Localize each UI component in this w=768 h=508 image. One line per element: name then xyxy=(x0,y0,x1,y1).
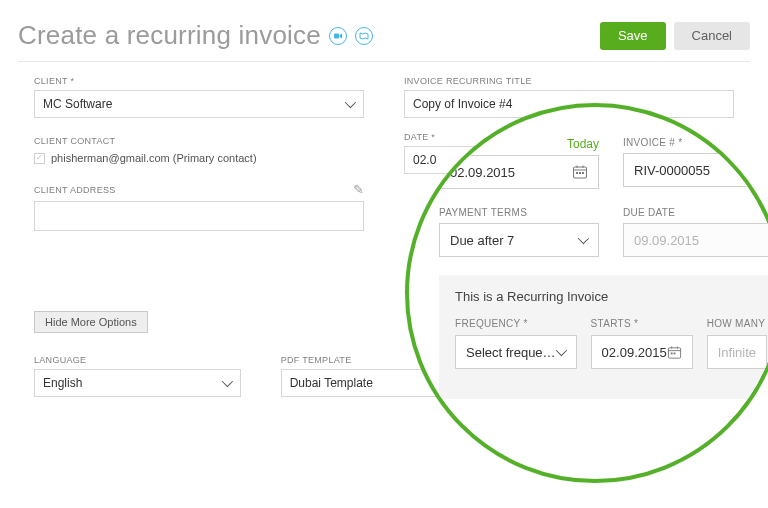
client-contact-value: phisherman@gmail.com (Primary contact) xyxy=(51,152,257,164)
language-label: LANGUAGE xyxy=(34,355,241,365)
chevron-down-icon xyxy=(555,345,566,356)
language-select[interactable]: English xyxy=(34,369,241,397)
page-title: Create a recurring invoice xyxy=(18,20,321,51)
client-value: MC Software xyxy=(43,97,112,111)
frequency-label: FREQUENCY * xyxy=(455,318,577,329)
header-divider xyxy=(18,61,750,62)
calendar-icon xyxy=(667,345,682,360)
hide-more-options-button[interactable]: Hide More Options xyxy=(34,311,148,333)
frequency-value: Select freque… xyxy=(466,345,556,360)
checkbox-icon: ✓ xyxy=(34,153,45,164)
client-label: CLIENT * xyxy=(34,76,364,86)
chevron-down-icon xyxy=(578,233,589,244)
starts-input[interactable]: 02.09.2015 xyxy=(591,335,693,369)
chevron-down-icon xyxy=(221,376,232,387)
svg-rect-7 xyxy=(582,172,584,174)
zoom-due-value: 09.09.2015 xyxy=(634,233,699,248)
zoom-invoice-value: RIV-0000055 xyxy=(634,163,710,178)
client-contact-option[interactable]: ✓ phisherman@gmail.com (Primary contact) xyxy=(34,150,364,168)
svg-rect-13 xyxy=(673,352,675,354)
chevron-down-icon xyxy=(345,97,356,108)
how-many-input[interactable]: Infinite xyxy=(707,335,767,369)
magnifier-overlay: DATE * Today 02.09.2015 xyxy=(405,103,768,483)
how-many-value: Infinite xyxy=(718,345,756,360)
client-select[interactable]: MC Software xyxy=(34,90,364,118)
svg-rect-6 xyxy=(579,172,581,174)
client-address-label: CLIENT ADDRESS xyxy=(34,185,116,195)
starts-value: 02.09.2015 xyxy=(602,345,667,360)
recurring-title: This is a Recurring Invoice xyxy=(455,289,763,304)
recurring-section: This is a Recurring Invoice FREQUENCY * … xyxy=(439,275,768,399)
zoom-due-input: 09.09.2015 xyxy=(623,223,768,257)
edit-icon[interactable]: ✎ xyxy=(353,182,364,197)
svg-rect-12 xyxy=(670,352,672,354)
how-many-label: HOW MANY xyxy=(707,318,767,329)
cancel-button[interactable]: Cancel xyxy=(674,22,750,50)
client-contact-label: CLIENT CONTACT xyxy=(34,136,364,146)
map-icon[interactable] xyxy=(355,27,373,45)
zoom-date-input[interactable]: 02.09.2015 xyxy=(439,155,599,189)
save-button[interactable]: Save xyxy=(600,22,666,50)
frequency-select[interactable]: Select freque… xyxy=(455,335,577,369)
invoice-title-value: Copy of Invoice #4 xyxy=(413,97,512,111)
invoice-title-label: INVOICE RECURRING TITLE xyxy=(404,76,734,86)
language-value: English xyxy=(43,376,82,390)
zoom-date-value: 02.09.2015 xyxy=(450,165,515,180)
zoom-payment-select[interactable]: Due after 7 xyxy=(439,223,599,257)
calendar-icon xyxy=(572,164,588,180)
client-address-input[interactable] xyxy=(34,201,364,231)
zoom-due-label: DUE DATE xyxy=(623,207,768,218)
starts-label: STARTS * xyxy=(591,318,693,329)
date-value-bg: 02.0 xyxy=(413,153,436,167)
svg-rect-5 xyxy=(576,172,578,174)
svg-rect-0 xyxy=(334,33,339,38)
left-column: CLIENT * MC Software CLIENT CONTACT ✓ ph… xyxy=(34,76,364,355)
today-link[interactable]: Today xyxy=(567,137,599,151)
zoom-payment-value: Due after 7 xyxy=(450,233,514,248)
pdf-template-value: Dubai Template xyxy=(290,376,373,390)
page-header: Create a recurring invoice Save Cancel xyxy=(18,20,750,51)
video-icon[interactable] xyxy=(329,27,347,45)
zoom-payment-label: PAYMENT TERMS xyxy=(439,207,599,218)
